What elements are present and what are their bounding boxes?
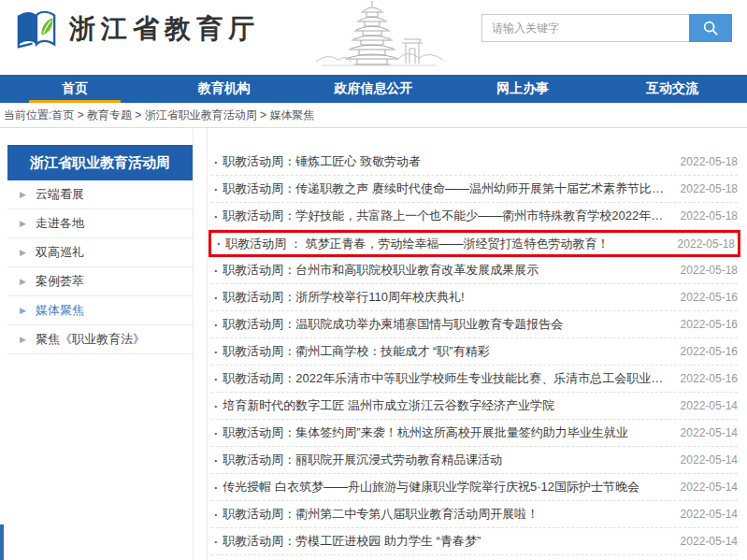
sidebar-menu: 浙江省职业教育活动周 ▶ 云端看展 ▶ 走进各地 ▶ 双高巡礼 ▶ 案例荟萃 ▶… [7, 145, 193, 354]
sidebar-item-label: 聚焦《职业教育法》 [36, 332, 145, 346]
news-row: · 职教活动周：锤炼工匠心 致敬劳动者 2022-05-18 [211, 149, 738, 176]
sidebar-item[interactable]: ▶ 案例荟萃 [7, 267, 193, 296]
news-date: 2022-05-14 [681, 426, 738, 439]
nav-tab-label: 教育机构 [198, 80, 251, 97]
corner-accent-strip [0, 524, 4, 560]
bullet-icon: · [217, 237, 221, 251]
bullet-icon: · [214, 345, 218, 359]
nav-tab[interactable]: 互动交流 [597, 75, 747, 103]
news-list: · 职教活动周：锤炼工匠心 致敬劳动者 2022-05-18 · 职教活动周：传… [207, 128, 747, 560]
news-title-link[interactable]: 职教活动周：劳模工匠进校园 助力学生 “青春梦” [223, 533, 668, 550]
nav-tab-label: 网上办事 [496, 80, 549, 97]
sidebar-item[interactable]: ▶ 走进各地 [7, 209, 193, 238]
news-title-link[interactable]: 职教活动周：锤炼工匠心 致敬劳动者 [223, 153, 668, 170]
news-title-link[interactable]: 职教活动周：2022年乐清市中等职业学校师生专业技能比赛、乐清市总工会职业技术学… [223, 370, 668, 387]
chevron-right-icon: ▶ [20, 296, 26, 324]
sidebar: 浙江省职业教育活动周 ▶ 云端看展 ▶ 走进各地 ▶ 双高巡礼 ▶ 案例荟萃 ▶… [7, 128, 194, 560]
news-title-link[interactable]: 培育新时代的数字工匠 温州市成立浙江云谷数字经济产业学院 [223, 397, 668, 414]
news-date: 2022-05-14 [681, 535, 738, 548]
news-date: 2022-05-14 [681, 481, 738, 494]
sidebar-item[interactable]: ▶ 双高巡礼 [7, 238, 193, 267]
breadcrumb: 当前位置:首页 > 教育专题 > 浙江省职业教育活动周 > 媒体聚焦 [0, 103, 747, 128]
breadcrumb-item[interactable]: 浙江省职业教育活动周 [145, 108, 257, 122]
bullet-icon: · [214, 508, 218, 522]
bullet-icon: · [214, 291, 218, 305]
bullet-icon: · [214, 182, 218, 196]
news-title-link[interactable]: 职教活动周：传递职教之声 赓续时代使命——温州幼师开展第十届艺术素养节比赛暨职业… [223, 180, 668, 197]
news-title-link[interactable]: 职教活动周：温职院成功举办柬埔寨国情与职业教育专题报告会 [223, 316, 668, 333]
search-icon [702, 20, 719, 36]
bullet-icon: · [214, 481, 218, 495]
news-date: 2022-05-16 [681, 372, 738, 385]
chevron-right-icon: ▶ [20, 238, 26, 266]
sidebar-item-label: 案例荟萃 [36, 274, 84, 288]
bullet-icon: · [214, 453, 218, 467]
news-title-link[interactable]: 职教活动周：集体签约周”来袭！杭州这所高校开展批量签约助力毕业生就业 [223, 424, 668, 441]
news-title-link[interactable]: 职教活动周：丽职院开展沉浸式劳动教育精品课活动 [223, 452, 668, 468]
breadcrumb-item[interactable]: 教育专题 [87, 108, 132, 122]
news-row: · 职教活动周：传递职教之声 赓续时代使命——温州幼师开展第十届艺术素养节比赛暨… [211, 176, 738, 203]
chevron-right-icon: ▶ [20, 180, 26, 208]
news-row: · 职教活动周：集体签约周”来袭！杭州这所高校开展批量签约助力毕业生就业 202… [211, 420, 738, 447]
news-row: · 职教活动周：衢州工商学校：技能成才 “职”有精彩 2022-05-16 [211, 338, 738, 366]
sidebar-title: 浙江省职业教育活动周 [7, 145, 193, 180]
nav-tab-label: 首页 [62, 80, 88, 97]
news-title-link[interactable]: 职教活动周：衢州工商学校：技能成才 “职”有精彩 [223, 343, 668, 360]
news-row: · 职教活动周：浙所学校举行110周年校庆典礼! 2022-05-16 [211, 284, 738, 311]
news-row: · 传光授帽 白衣筑梦——舟山旅游与健康职业学院举行庆祝5·12国际护士节晚会 … [211, 474, 738, 501]
nav-tab[interactable]: 首页 [0, 75, 150, 103]
breadcrumb-item[interactable]: 首页 [51, 108, 74, 122]
logo-link[interactable]: 浙江省教育厅 [15, 9, 260, 49]
news-date: 2022-05-18 [681, 209, 738, 223]
content-area: 浙江省职业教育活动周 ▶ 云端看展 ▶ 走进各地 ▶ 双高巡礼 ▶ 案例荟萃 ▶… [0, 128, 747, 560]
news-row: · 职教活动周：学好技能，共富路上一个也不能少——衢州市特殊教育学校2022年职… [211, 203, 738, 230]
news-row: · 培育新时代的数字工匠 温州市成立浙江云谷数字经济产业学院 2022-05-1… [211, 393, 738, 420]
bullet-icon: · [214, 318, 218, 332]
news-title-link[interactable]: 职教活动周：衢州第二中专第八届职业教育活动周开展啦！ [223, 506, 668, 523]
sidebar-item[interactable]: ▶ 媒体聚焦 [7, 296, 193, 325]
main-nav: 首页教育机构政府信息公开网上办事互动交流 [0, 75, 747, 103]
news-date: 2022-05-14 [681, 508, 738, 521]
bullet-icon: · [214, 372, 218, 386]
nav-tab[interactable]: 教育机构 [150, 75, 299, 103]
sidebar-item[interactable]: ▶ 云端看展 [7, 180, 193, 209]
news-title-link[interactable]: 职教活动周 ： 筑梦正青春，劳动绘幸福——浙经贸打造特色劳动教育！ [225, 236, 666, 252]
sidebar-item[interactable]: ▶ 聚焦《职业教育法》 [7, 325, 193, 354]
news-date: 2022-05-16 [681, 291, 738, 304]
breadcrumb-item[interactable]: 媒体聚焦 [269, 108, 314, 122]
news-title-link[interactable]: 职教活动周：学好技能，共富路上一个也不能少——衢州市特殊教育学校2022年职业教… [223, 208, 668, 224]
bullet-icon: · [214, 209, 218, 223]
sidebar-item-label: 双高巡礼 [36, 245, 84, 259]
bullet-icon: · [214, 535, 218, 549]
news-date: 2022-05-14 [681, 453, 738, 467]
news-row: · 职教活动周：温职院成功举办柬埔寨国情与职业教育专题报告会 2022-05-1… [211, 311, 738, 338]
pagoda-sketch-icon [314, 0, 445, 69]
nav-tab[interactable]: 政府信息公开 [299, 75, 449, 103]
news-date: 2022-05-18 [681, 155, 738, 168]
chevron-right-icon: ▶ [20, 325, 26, 353]
bullet-icon: · [214, 264, 218, 278]
news-title-link[interactable]: 传光授帽 白衣筑梦——舟山旅游与健康职业学院举行庆祝5·12国际护士节晚会 [223, 479, 668, 495]
nav-tab[interactable]: 网上办事 [448, 75, 597, 103]
site-title: 浙江省教育厅 [69, 11, 260, 47]
breadcrumb-prefix: 当前位置: [4, 108, 51, 122]
news-title-link[interactable]: 职教活动周：台州市和高职院校职业教育改革发展成果展示 [223, 262, 668, 279]
chevron-right-icon: ▶ [20, 209, 26, 237]
news-date: 2022-05-16 [681, 318, 738, 331]
sidebar-item-label: 媒体聚焦 [36, 303, 84, 317]
nav-tab-label: 互动交流 [646, 80, 698, 97]
search-bar [481, 14, 732, 42]
news-row: · 职教活动周 ： 筑梦正青春，劳动绘幸福——浙经贸打造特色劳动教育！ 2022… [208, 230, 740, 257]
news-row: · 职教活动周：劳模工匠进校园 助力学生 “青春梦” 2022-05-14 [211, 528, 738, 555]
search-button[interactable] [689, 14, 732, 42]
news-row: · 职教活动周：衢州第二中专第八届职业教育活动周开展啦！ 2022-05-14 [211, 501, 738, 528]
news-row: · 职教活动周：台州市和高职院校职业教育改革发展成果展示 2022-05-18 [211, 257, 738, 284]
search-input[interactable] [481, 14, 689, 42]
news-title-link[interactable]: 职教活动周：浙所学校举行110周年校庆典礼! [223, 289, 668, 306]
news-date: 2022-05-14 [681, 399, 738, 412]
news-date: 2022-05-18 [681, 264, 738, 277]
bullet-icon: · [214, 155, 218, 169]
nav-tab-label: 政府信息公开 [334, 80, 412, 97]
news-row: · 职教活动周：丽职院开展沉浸式劳动教育精品课活动 2022-05-14 [211, 447, 738, 474]
bullet-icon: · [214, 399, 218, 413]
